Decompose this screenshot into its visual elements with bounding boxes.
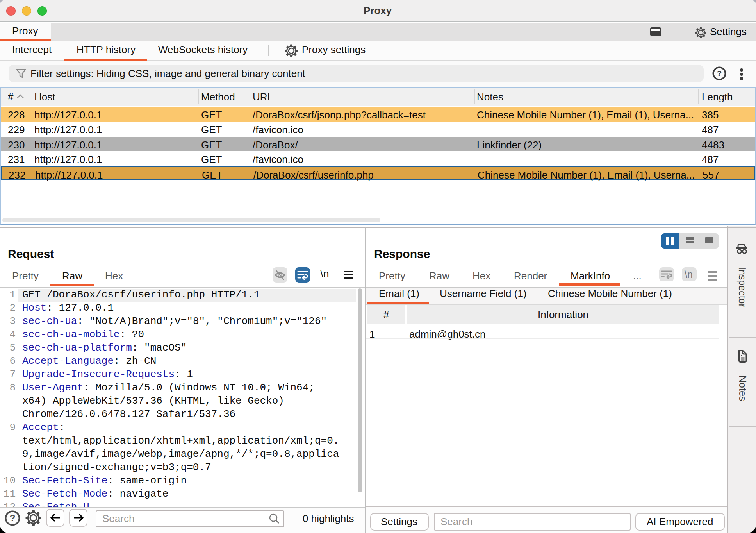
svg-text:?: ? [10,513,16,523]
svg-text:?: ? [717,69,722,78]
